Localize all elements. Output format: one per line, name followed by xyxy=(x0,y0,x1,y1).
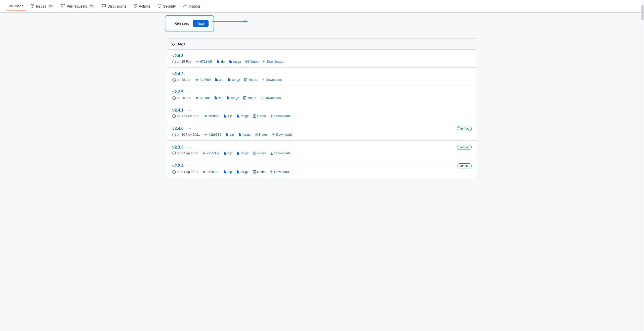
tag-targz[interactable]: tar.gz xyxy=(238,133,251,136)
tag-meta: on 17 Dec 2021 af5d5df zip tar.gz Notes … xyxy=(172,114,472,118)
nav-security[interactable]: Security xyxy=(154,2,179,11)
nav-bar: <> Code Issues 93 Pull requests 21 Discu… xyxy=(0,0,644,13)
nav-pull-requests[interactable]: Pull requests 21 xyxy=(58,2,98,11)
tag-name[interactable]: v2.4.2 xyxy=(172,72,183,76)
tag-name[interactable]: v2.4.3 xyxy=(172,54,183,58)
tag-downloads[interactable]: Downloads xyxy=(272,133,292,136)
zip-icon xyxy=(215,78,218,82)
tag-downloads[interactable]: Downloads xyxy=(270,151,291,155)
tag-header-icon xyxy=(171,42,175,46)
tag-notes[interactable]: Notes xyxy=(253,151,266,155)
tag-notes[interactable]: Notes xyxy=(243,96,256,100)
scrollbar-thumb[interactable] xyxy=(641,5,643,20)
tag-meta: on 9 Sep 2021 263ca9e zip tar.gz Notes D… xyxy=(172,170,472,174)
tag-date: on 9 Sep 2021 xyxy=(172,170,198,174)
downloads-icon xyxy=(261,78,265,82)
tag-zip[interactable]: zip xyxy=(223,170,232,174)
security-icon xyxy=(157,4,162,9)
tag-row: v2.4.2··· on 28 Jan fad7f69 zip tar.gz N… xyxy=(167,68,477,86)
tag-options-button[interactable]: ··· xyxy=(187,108,191,113)
notes-icon xyxy=(244,78,248,82)
tag-name[interactable]: v2.2.4 xyxy=(172,164,183,168)
tag-downloads[interactable]: Downloads xyxy=(270,170,290,174)
commit-icon xyxy=(204,133,208,136)
notes-icon xyxy=(245,60,249,63)
tag-options-button[interactable]: ··· xyxy=(187,126,191,131)
commit-icon xyxy=(196,60,199,63)
svg-point-13 xyxy=(196,79,197,80)
zip-icon xyxy=(216,60,220,63)
zip-icon xyxy=(223,114,227,118)
tag-row-header: v2.3.3···Verified xyxy=(172,145,472,150)
tag-notes[interactable]: Notes xyxy=(244,78,257,82)
tag-zip[interactable]: zip xyxy=(215,78,223,82)
tag-downloads[interactable]: Downloads xyxy=(261,78,282,82)
tag-commit[interactable]: fad7f69 xyxy=(195,78,211,82)
tag-zip[interactable]: zip xyxy=(214,96,223,100)
svg-point-41 xyxy=(203,153,205,154)
svg-point-34 xyxy=(205,134,206,135)
page-content: Releases Tags Tags v2.4.3··· on 25 Feb 9… xyxy=(161,18,483,178)
tag-zip[interactable]: zip xyxy=(223,151,232,155)
tag-name[interactable]: v2.4.0 xyxy=(172,126,183,131)
targz-icon xyxy=(226,96,230,100)
tag-notes[interactable]: Notes xyxy=(253,114,266,118)
notes-icon xyxy=(243,96,247,100)
tag-downloads[interactable]: Downloads xyxy=(260,96,281,100)
tag-row: v2.4.1··· on 17 Dec 2021 af5d5df zip tar… xyxy=(167,104,477,122)
tag-targz[interactable]: tar.gz xyxy=(236,151,249,155)
nav-issues[interactable]: Issues 93 xyxy=(27,2,57,11)
tag-targz[interactable]: tar.gz xyxy=(236,170,249,174)
downloads-icon xyxy=(272,133,275,136)
tag-commit[interactable]: f7318ff xyxy=(195,96,210,100)
tag-name[interactable]: v2.3.3 xyxy=(172,145,183,150)
downloads-icon xyxy=(270,170,273,174)
tag-targz[interactable]: tar.gz xyxy=(229,60,241,63)
nav-code[interactable]: <> Code xyxy=(6,2,26,11)
tag-row-header: v2.4.3··· xyxy=(172,54,472,58)
tag-options-button[interactable]: ··· xyxy=(187,90,191,94)
tag-commit[interactable]: 9955302 xyxy=(202,151,220,155)
tag-row-header: v2.4.1··· xyxy=(172,108,472,113)
downloads-icon xyxy=(270,114,273,118)
tag-notes[interactable]: Notes xyxy=(253,170,266,174)
tag-targz[interactable]: tar.gz xyxy=(226,96,239,100)
tags-tab-button[interactable]: Tags xyxy=(193,20,209,27)
tag-zip[interactable]: zip xyxy=(216,60,225,63)
tag-downloads[interactable]: Downloads xyxy=(270,114,291,118)
tag-zip[interactable]: zip xyxy=(225,133,234,136)
tag-name[interactable]: v2.2.5 xyxy=(172,90,183,94)
tag-targz[interactable]: tar.gz xyxy=(227,78,240,82)
tag-targz[interactable]: tar.gz xyxy=(236,114,249,118)
tag-options-button[interactable]: ··· xyxy=(187,164,191,168)
targz-icon xyxy=(229,60,232,63)
tag-commit[interactable]: af5d5df xyxy=(204,114,219,118)
tag-notes[interactable]: Notes xyxy=(255,133,268,136)
tag-name[interactable]: v2.4.1 xyxy=(172,108,183,113)
tag-zip[interactable]: zip xyxy=(223,114,232,118)
zip-icon xyxy=(214,96,217,100)
releases-tab-button[interactable]: Releases xyxy=(170,20,193,27)
tag-options-button[interactable]: ··· xyxy=(187,72,191,76)
nav-insights[interactable]: Insights xyxy=(180,2,204,11)
verified-badge: Verified xyxy=(457,145,472,150)
tag-downloads[interactable]: Downloads xyxy=(262,60,283,63)
annotation-arrow xyxy=(212,16,252,26)
tag-options-button[interactable]: ··· xyxy=(187,54,191,58)
tag-notes[interactable]: Notes xyxy=(245,60,258,63)
targz-icon xyxy=(227,78,231,82)
tag-commit[interactable]: 41b6586 xyxy=(204,133,221,136)
nav-discussions[interactable]: Discussions xyxy=(99,2,129,11)
tag-commit[interactable]: 263ca9e xyxy=(202,170,219,174)
tag-row-header: v2.2.4···Verified xyxy=(172,163,472,168)
tag-commit[interactable]: 9711fb5 xyxy=(196,60,212,63)
zip-icon xyxy=(223,152,227,155)
commit-icon xyxy=(204,114,208,118)
clock-icon xyxy=(172,96,176,100)
scrollbar[interactable] xyxy=(641,0,644,183)
releases-tags-bar: Releases Tags xyxy=(167,18,212,29)
tag-options-button[interactable]: ··· xyxy=(187,145,191,150)
tag-date: on 25 Feb xyxy=(172,60,192,63)
nav-actions[interactable]: Actions xyxy=(130,2,153,11)
tag-row-header: v2.4.0···Verified xyxy=(172,126,472,131)
